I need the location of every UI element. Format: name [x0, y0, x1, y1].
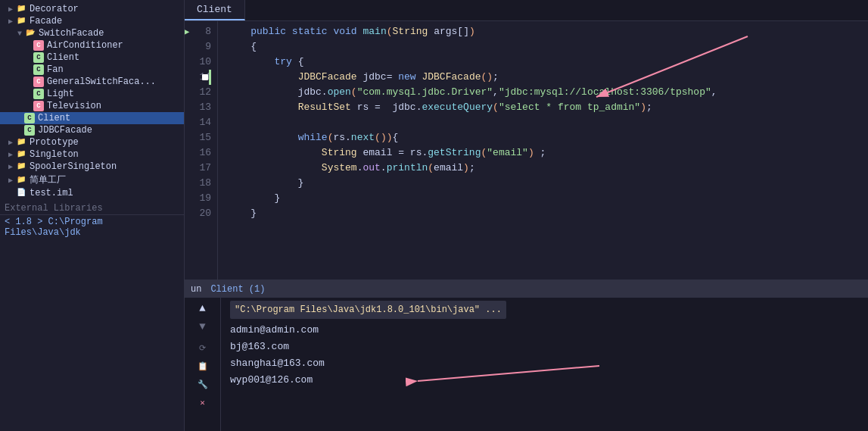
linenum-20: 20: [185, 206, 211, 221]
run-stop-btn[interactable]: ✕: [195, 395, 210, 410]
linenum-17: 17: [185, 161, 211, 176]
code-line-12: jdbc.open("com.mysql.jdbc.Driver","jdbc:…: [227, 85, 868, 100]
code-line-13: ResultSet rs = jdbc.executeQuery("select…: [227, 100, 868, 115]
tree-arrow-facade: ▶: [6, 17, 15, 26]
sidebar-item-client1[interactable]: C Client: [0, 52, 184, 64]
linenum-13: 13: [185, 100, 211, 115]
code-line-19: }: [227, 191, 868, 206]
class-icon-television: C: [33, 101, 44, 111]
output-email-3: shanghai@163.com: [230, 355, 325, 372]
sidebar-label-external: External Libraries: [5, 203, 103, 214]
output-line-4: wyp001@126.com: [230, 372, 859, 389]
sidebar-item-decorator[interactable]: ▶ 📁 Decorator: [0, 3, 184, 15]
sidebar-item-client2[interactable]: C Client: [0, 112, 184, 124]
sidebar-item-television[interactable]: C Television: [0, 100, 184, 112]
sidebar-item-spoolersingleton[interactable]: ▶ 📁 SpoolerSingleton: [0, 161, 184, 173]
sidebar-label-light: Light: [47, 89, 74, 99]
sidebar-item-airconditioner[interactable]: C AirConditioner: [0, 39, 184, 52]
code-line-18: }: [227, 176, 868, 191]
folder-icon-prototype: 📁: [15, 137, 27, 148]
sidebar-label-general: GeneralSwitchFaca...: [47, 77, 156, 87]
linenum-8: ▶ 8: [185, 24, 211, 39]
linenum-12: 12: [185, 85, 211, 100]
sidebar-item-fan[interactable]: C Fan: [0, 64, 184, 76]
linenum-15: 15: [185, 130, 211, 145]
folder-icon-singleton: 📁: [15, 149, 27, 160]
sidebar-item-generalswitchfacade[interactable]: C GeneralSwitchFaca...: [0, 76, 184, 88]
sidebar-label-singleton: Singleton: [30, 149, 79, 160]
sidebar-label-testiml: test.iml: [30, 188, 73, 198]
sidebar-item-light[interactable]: C Light: [0, 88, 184, 100]
code-line-17: System.out.println(email);: [227, 161, 868, 176]
tab-client[interactable]: Client: [185, 0, 245, 20]
sidebar-label-client1: Client: [47, 52, 79, 63]
sidebar-label-fan: Fan: [47, 64, 64, 75]
folder-icon-decorator: 📁: [15, 4, 27, 14]
terminal-panel: un Client (1) ▲ ▼ ⟳ 📋 🔧 ✕ "C:\Program Fi…: [185, 280, 868, 431]
sidebar-label-television: Television: [47, 101, 101, 111]
sidebar-version: < 1.8 > C:\Program Files\Java\jdk: [0, 214, 184, 239]
folder-icon-facade: 📁: [15, 16, 27, 27]
sidebar-item-prototype[interactable]: ▶ 📁 Prototype: [0, 136, 184, 148]
tree-arrow-switchfacade: ▼: [15, 30, 24, 38]
linenum-10: 10: [185, 55, 211, 70]
sidebar-item-jdbcfacade[interactable]: C JDBCFacade: [0, 124, 184, 136]
output-line-1: admin@admin.com: [230, 322, 859, 339]
run-down-btn[interactable]: ▼: [195, 319, 210, 334]
sidebar-item-external-libraries[interactable]: External Libraries: [0, 202, 184, 214]
class-icon-fan: C: [33, 64, 44, 75]
code-line-11: JDBCFacade jdbc= new JDBCFacade();: [227, 70, 868, 85]
sidebar-label-client2: Client: [38, 113, 70, 123]
tab-client-label: Client: [197, 4, 232, 15]
linenum-19: 19: [185, 191, 211, 206]
sidebar-label-spooler: SpoolerSingleton: [30, 161, 117, 172]
code-editor[interactable]: public static void main(String args[]) {…: [218, 21, 868, 280]
class-icon-airconditioner: C: [33, 40, 44, 51]
code-line-16: String email = rs.getString("email") ;: [227, 145, 868, 161]
run-panel-top: un Client (1): [185, 281, 868, 298]
sidebar-item-switchfacade[interactable]: ▼ 📂 SwitchFacade: [0, 27, 184, 39]
sidebar-label-decorator: Decorator: [30, 4, 79, 14]
class-icon-client1: C: [33, 52, 44, 63]
sidebar-item-testiml[interactable]: 📄 test.iml: [0, 187, 184, 199]
output-email-4: wyp001@126.com: [230, 372, 313, 389]
terminal-content[interactable]: "C:\Program Files\Java\jdk1.8.0_101\bin\…: [221, 298, 868, 431]
client-run-label: Client (1): [210, 284, 265, 295]
output-email-1: admin@admin.com: [230, 322, 319, 339]
sidebar-item-facade[interactable]: ▶ 📁 Facade: [0, 15, 184, 27]
file-icon-testiml: 📄: [15, 188, 27, 198]
class-icon-client2: C: [24, 113, 35, 123]
code-line-8: public static void main(String args[]): [227, 24, 868, 39]
run-label: un: [191, 284, 201, 295]
terminal-sidebar: ▲ ▼ ⟳ 📋 🔧 ✕: [185, 298, 221, 431]
code-line-10: try {: [227, 55, 868, 70]
folder-icon-spooler: 📁: [15, 161, 27, 172]
run-icon2-btn[interactable]: 🔧: [195, 376, 210, 392]
line-numbers: ▶ 8 9 10 11 12 13 14 15 16 17: [185, 21, 218, 280]
linenum-9: 9: [185, 39, 211, 55]
version-text: < 1.8 > C:\Program Files\Java\jdk: [5, 217, 103, 238]
editor-area: Client ▶ 8 9 10 11 12: [185, 0, 868, 280]
run-icon1-btn[interactable]: 📋: [195, 358, 210, 373]
run-command: "C:\Program Files\Java\jdk1.8.0_101\bin\…: [230, 301, 859, 322]
folder-icon-switchfacade: 📂: [24, 28, 36, 39]
debug-arrow-8: ▶: [185, 24, 189, 39]
run-up-btn[interactable]: ▲: [195, 301, 210, 316]
class-icon-jdbcfacade: C: [24, 125, 35, 136]
run-cmd-text: "C:\Program Files\Java\jdk1.8.0_101\bin\…: [230, 301, 506, 319]
output-line-3: shanghai@163.com: [230, 355, 859, 372]
folder-icon-simplefactory: 📁: [15, 175, 27, 186]
output-line-2: bj@163.com: [230, 339, 859, 355]
run-wrap-btn[interactable]: ⟳: [195, 340, 210, 355]
code-line-14: [227, 115, 868, 130]
linenum-11: 11: [185, 70, 211, 85]
linenum-18: 18: [185, 176, 211, 191]
terminal-body: ▲ ▼ ⟳ 📋 🔧 ✕ "C:\Program Files\Java\jdk1.…: [185, 298, 868, 431]
code-line-20: }: [227, 206, 868, 221]
linenum-14: 14: [185, 115, 211, 130]
code-container: ▶ 8 9 10 11 12 13 14 15 16 17: [185, 21, 868, 280]
sidebar-item-simplefactory[interactable]: ▶ 📁 简单工厂: [0, 173, 184, 187]
editor-tabs: Client: [185, 0, 868, 21]
sidebar-label-prototype: Prototype: [30, 137, 79, 148]
sidebar-item-singleton[interactable]: ▶ 📁 Singleton: [0, 148, 184, 161]
